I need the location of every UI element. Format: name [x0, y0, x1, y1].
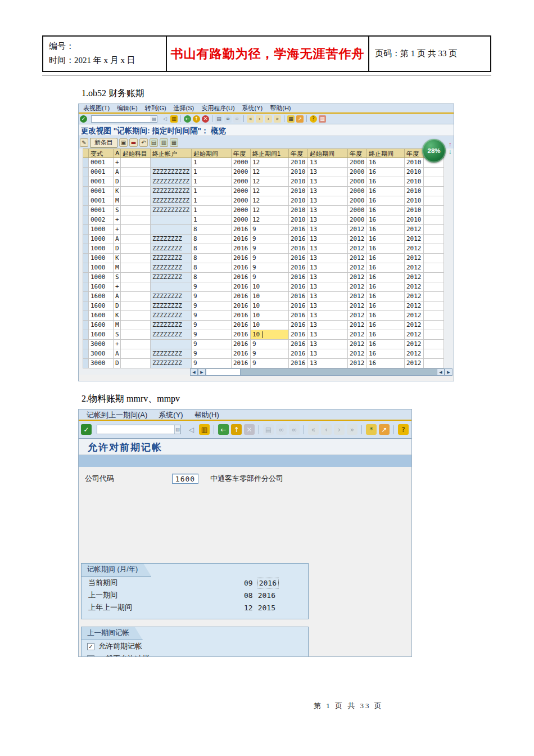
table-cell[interactable]: 1600	[89, 282, 114, 292]
table-cell[interactable]: 2010	[289, 187, 308, 196]
table-cell[interactable]: S	[114, 206, 121, 215]
table-cell[interactable]: 16	[367, 321, 405, 330]
table-cell[interactable]	[121, 349, 151, 359]
table-cell[interactable]: ZZZZZZZZ	[151, 292, 192, 302]
menu-item[interactable]: 帮助(H)	[194, 410, 219, 420]
table-cell[interactable]: 16	[367, 254, 405, 263]
menu-item[interactable]: 实用程序(U)	[201, 104, 234, 112]
table-cell[interactable]: 9	[192, 282, 232, 292]
table-cell[interactable]: D	[114, 244, 121, 254]
table-cell[interactable]	[83, 311, 89, 321]
table-cell[interactable]: 1	[192, 168, 232, 177]
table-cell[interactable]: 12	[251, 177, 289, 187]
table-cell[interactable]: A	[114, 168, 121, 177]
table-cell[interactable]: 2012	[405, 302, 424, 311]
scroll-left-icon[interactable]: ◀	[190, 368, 198, 376]
table-cell[interactable]: 12	[251, 158, 289, 168]
table-cell[interactable]: 2012	[405, 349, 424, 359]
menu-item[interactable]: 转到(G)	[145, 104, 166, 112]
table-cell[interactable]: 1000	[89, 225, 114, 235]
table-cell[interactable]: 13	[308, 168, 348, 177]
last-page-icon[interactable]: »	[274, 115, 281, 123]
table-cell[interactable]	[83, 349, 89, 359]
table-cell[interactable]: 1000	[89, 273, 114, 282]
table-cell[interactable]: 2012	[348, 321, 367, 330]
table-cell[interactable]: 2016	[289, 311, 308, 321]
table-cell[interactable]	[121, 359, 151, 368]
help-icon[interactable]: ?	[310, 115, 317, 123]
enter-icon[interactable]: ◁	[161, 115, 169, 123]
table-cell[interactable]: 9	[192, 359, 232, 368]
table-cell[interactable]: 3000	[89, 349, 114, 359]
table-cell[interactable]: 2016	[232, 311, 251, 321]
menu-item[interactable]: 记帐到上一期间(A)	[87, 410, 147, 420]
menu-item[interactable]: 系统(Y)	[242, 104, 263, 112]
table-cell[interactable]	[121, 158, 151, 168]
period-year-value[interactable]: 2015	[258, 604, 275, 612]
table-row[interactable]: 1000MZZZZZZZZ8201692016132012162012	[83, 263, 444, 273]
table-cell[interactable]: 2012	[348, 244, 367, 254]
table-cell[interactable]	[424, 235, 444, 244]
table-cell[interactable]: 16	[367, 349, 405, 359]
table-cell[interactable]: ZZZZZZZZ	[151, 302, 192, 311]
table-cell[interactable]: 1	[192, 187, 232, 196]
table-row[interactable]: 1600AZZZZZZZZ92016102016132012162012	[83, 292, 444, 302]
cancel-icon[interactable]: ✕	[244, 424, 255, 435]
table-cell[interactable]: 2016	[232, 225, 251, 235]
table-cell[interactable]	[424, 206, 444, 215]
table-cell[interactable]: 2012	[405, 244, 424, 254]
horizontal-scrollbar[interactable]: ◀ ▶ ◀ ▶	[190, 368, 452, 376]
table-cell[interactable]: 16	[367, 359, 405, 368]
command-field[interactable]: ▤	[97, 425, 181, 434]
table-cell[interactable]: ZZZZZZZZ	[151, 359, 192, 368]
company-code-input[interactable]: 1600	[172, 474, 198, 484]
table-cell[interactable]: D	[114, 359, 121, 368]
table-cell[interactable]	[83, 187, 89, 196]
table-cell[interactable]	[121, 187, 151, 196]
table-cell[interactable]	[83, 168, 89, 177]
back-icon[interactable]: ←	[184, 115, 191, 123]
table-cell[interactable]: ZZZZZZZZ	[151, 330, 192, 340]
table-cell[interactable]: 13	[308, 225, 348, 235]
table-cell[interactable]	[121, 235, 151, 244]
table-cell[interactable]: 13	[308, 244, 348, 254]
table-cell[interactable]: 2012	[348, 225, 367, 235]
table-cell[interactable]: 2012	[348, 311, 367, 321]
table-cell[interactable]: 2016	[289, 292, 308, 302]
table-cell[interactable]	[424, 330, 444, 340]
table-cell[interactable]: M	[114, 321, 121, 330]
table-cell[interactable]	[424, 311, 444, 321]
table-cell[interactable]	[424, 349, 444, 359]
table-cell[interactable]	[121, 206, 151, 215]
table-cell[interactable]	[424, 244, 444, 254]
table-cell[interactable]	[424, 340, 444, 349]
scroll-right-icon[interactable]: ▶	[198, 368, 206, 376]
table-cell[interactable]: A	[114, 349, 121, 359]
table-cell[interactable]: 2016	[289, 235, 308, 244]
table-cell[interactable]: 2016	[289, 263, 308, 273]
table-cell[interactable]	[83, 263, 89, 273]
table-cell[interactable]: 2012	[348, 292, 367, 302]
table-cell[interactable]: 13	[308, 187, 348, 196]
table-cell[interactable]: 2012	[348, 349, 367, 359]
table-cell[interactable]: ZZZZZZZZ	[151, 263, 192, 273]
table-cell[interactable]	[83, 282, 89, 292]
table-cell[interactable]: ZZZZZZZZZZ	[151, 177, 192, 187]
table-cell[interactable]	[424, 196, 444, 206]
first-page-icon[interactable]: «	[247, 115, 254, 123]
table-cell[interactable]: 16	[367, 340, 405, 349]
new-session-icon[interactable]: ▦	[287, 115, 295, 123]
table-cell[interactable]	[121, 282, 151, 292]
table-cell[interactable]	[424, 215, 444, 225]
table-cell[interactable]: +	[114, 282, 121, 292]
table-cell[interactable]	[121, 302, 151, 311]
table-cell[interactable]: ZZZZZZZZ	[151, 254, 192, 263]
previous-page-icon[interactable]: ‹	[321, 424, 332, 435]
table-cell[interactable]: S	[114, 273, 121, 282]
table-cell[interactable]: 2012	[405, 225, 424, 235]
find-icon[interactable]: ∞	[224, 115, 232, 123]
table-cell[interactable]: ZZZZZZZZ	[151, 321, 192, 330]
print-icon[interactable]: ▤	[215, 115, 223, 123]
table-cell[interactable]	[151, 340, 192, 349]
command-dropdown-icon[interactable]: ▤	[174, 425, 180, 434]
